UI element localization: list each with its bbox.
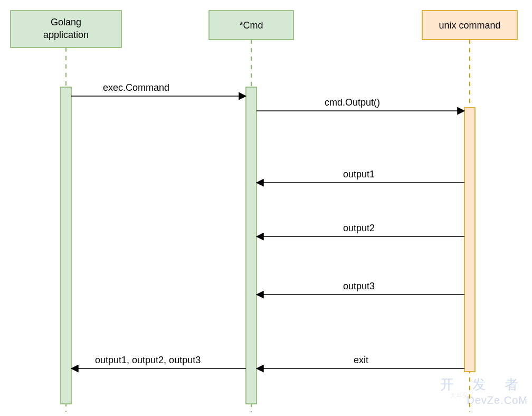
message-label-m2: cmd.Output() — [325, 97, 380, 108]
participant-label2-golang: application — [43, 30, 89, 40]
message-label-m1: exec.Command — [103, 82, 169, 93]
sequence-diagram: Golangapplication*Cmdunix commandexec.Co… — [0, 0, 532, 416]
message-label-m5: output3 — [343, 281, 375, 291]
message-label-m3: output1 — [343, 169, 375, 179]
participant-label-cmd: *Cmd — [239, 20, 263, 31]
message-label-m7: output1, output2, output3 — [95, 355, 201, 365]
activation-unix — [464, 108, 475, 372]
participant-label-golang: Golang — [51, 17, 81, 27]
activation-golang — [61, 87, 71, 404]
message-label-m6: exit — [354, 355, 368, 365]
activation-cmd — [246, 87, 256, 404]
message-label-m4: output2 — [343, 223, 375, 233]
participant-label-unix: unix command — [439, 20, 500, 31]
participant-golang — [11, 11, 121, 48]
